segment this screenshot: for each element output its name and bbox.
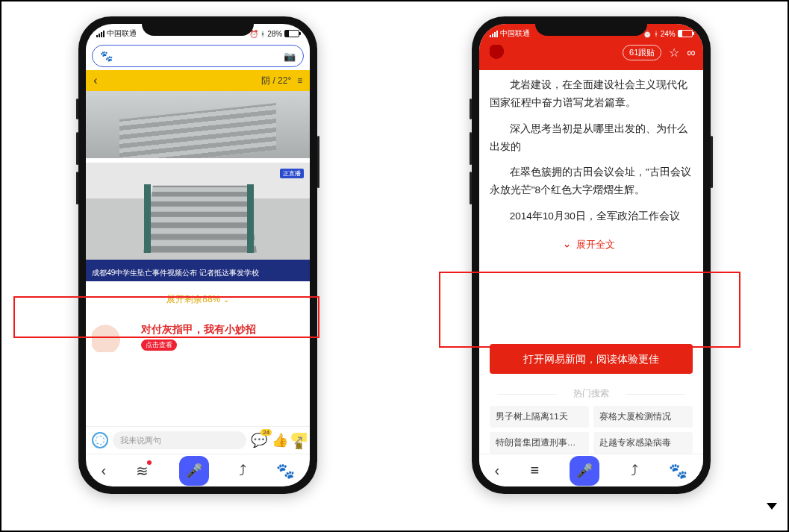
share-icon[interactable]: ∞ [687, 46, 695, 60]
nav-back-icon[interactable]: ‹ [494, 462, 499, 479]
carrier-label: 中国联通 [500, 28, 530, 39]
expand-label: 展开全文 [576, 239, 615, 250]
comments-icon[interactable]: 💬24 [251, 432, 267, 448]
hot-item[interactable]: 特朗普集团遭刑事调查 [490, 432, 589, 454]
live-tag: 正直播 [280, 169, 304, 178]
nav-feed-icon[interactable]: ≋ [136, 462, 149, 480]
article-para: 龙岩建设，在全面建设社会主义现代化国家征程中奋力谱写龙岩篇章。 [490, 76, 693, 113]
like-icon[interactable]: 👍 [272, 432, 288, 448]
bluetooth-icon: ᚼ [261, 30, 265, 38]
phone-right: 中国联通 ⏰ ᚼ 24% 61跟贴 ☆ ∞ [472, 16, 711, 494]
follow-count-button[interactable]: 61跟贴 [623, 45, 661, 60]
nav-share-icon[interactable]: ⤴ [631, 462, 638, 479]
expand-label: 展开剩余88% [166, 293, 220, 306]
hot-item[interactable]: 赴越专家感染病毒 [593, 432, 693, 454]
nav-share-icon[interactable]: ⤴ [239, 462, 246, 479]
signal-icon [490, 31, 498, 37]
menu-icon[interactable]: ≡ [297, 75, 302, 86]
bottom-nav: ‹ ≋ 🎤 ⤴ 🐾 [86, 454, 310, 486]
bluetooth-icon: ᚼ [654, 30, 658, 38]
nav-menu-icon[interactable]: ≡ [530, 462, 539, 479]
expand-remaining-button[interactable]: 展开剩余88% ⌄ [86, 281, 310, 318]
notch [535, 16, 647, 36]
comment-input[interactable]: 我来说两句 [113, 431, 246, 449]
article-para: 深入思考当初是从哪里出发的、为什么出发的 [490, 120, 693, 157]
video-thumb-lower[interactable]: 正直播 成都49中学生坠亡事件视频公布 记者抵达事发学校 [86, 158, 310, 281]
weather-bar: ‹ 阴 / 22° ≡ [86, 70, 310, 91]
hot-search-section: 热门搜索 男子树上隔离11天 赛格大厦检测情况 特朗普集团遭刑事调查 赴越专家感… [479, 383, 703, 454]
nav-baidu-icon[interactable]: 🐾 [669, 462, 687, 480]
comment-count: 24 [261, 429, 272, 436]
weather-label: 阴 / 22° [261, 75, 291, 87]
hot-item[interactable]: 赛格大厦检测情况 [593, 406, 693, 428]
signal-icon [96, 31, 105, 37]
battery-icon [678, 30, 693, 37]
notch [142, 16, 254, 36]
figure-frame: 中国联通 ⏰ ᚼ 28% 🐾 📷 ‹ [0, 0, 789, 532]
battery-label: 24% [661, 30, 676, 38]
bottom-nav: ‹ ≡ 🎤 ⤴ 🐾 [479, 454, 703, 486]
double-chevron-down-icon: ›› [558, 244, 576, 245]
article-para: 在翠色簇拥的古田会议会址，"古田会议永放光芒"8个红色大字熠熠生辉。 [490, 163, 693, 200]
baidu-paw-icon: 🐾 [100, 50, 113, 62]
hot-search-title: 热门搜索 [490, 387, 693, 400]
comment-bar: 我来说两句 💬24 👍 ↗ [86, 426, 310, 454]
nav-voice-button[interactable]: 🎤 [570, 456, 599, 486]
search-bar[interactable]: 🐾 📷 [92, 45, 304, 67]
phone-left: 中国联通 ⏰ ᚼ 28% 🐾 📷 ‹ [78, 16, 317, 494]
ad-banner[interactable]: 对付灰指甲，我有小妙招 点击查看 [86, 318, 310, 355]
expand-full-button[interactable]: ›› 展开全文 [490, 233, 693, 260]
globe-icon[interactable] [92, 432, 108, 448]
ad-cta[interactable]: 点击查看 [141, 339, 177, 351]
video-caption: 成都49中学生坠亡事件视频公布 记者抵达事发学校 [86, 265, 310, 281]
battery-icon [284, 30, 299, 37]
nav-voice-button[interactable]: 🎤 [179, 456, 209, 486]
favorite-icon[interactable]: ☆ [669, 46, 679, 60]
netease-logo [490, 45, 512, 61]
share-icon[interactable]: ↗ [293, 432, 304, 448]
carrier-label: 中国联通 [107, 28, 137, 39]
open-app-button[interactable]: 打开网易新闻，阅读体验更佳 [490, 344, 693, 374]
video-thumb-upper[interactable] [86, 91, 310, 158]
nav-baidu-icon[interactable]: 🐾 [276, 462, 295, 480]
camera-icon[interactable]: 📷 [284, 51, 296, 62]
article-para: 2014年10月30日，全军政治工作会议 [490, 207, 693, 225]
nav-back-icon[interactable]: ‹ [101, 462, 106, 479]
ad-text: 对付灰指甲，我有小妙招 [141, 323, 256, 337]
chevron-down-icon: ⌄ [223, 295, 229, 304]
article-body: 龙岩建设，在全面建设社会主义现代化国家征程中奋力谱写龙岩篇章。 深入思考当初是从… [479, 70, 703, 344]
hot-item[interactable]: 男子树上隔离11天 [490, 406, 589, 428]
corner-triangle-icon [767, 503, 777, 510]
ad-image [92, 321, 137, 352]
back-icon[interactable]: ‹ [93, 74, 97, 87]
battery-label: 28% [267, 30, 282, 38]
